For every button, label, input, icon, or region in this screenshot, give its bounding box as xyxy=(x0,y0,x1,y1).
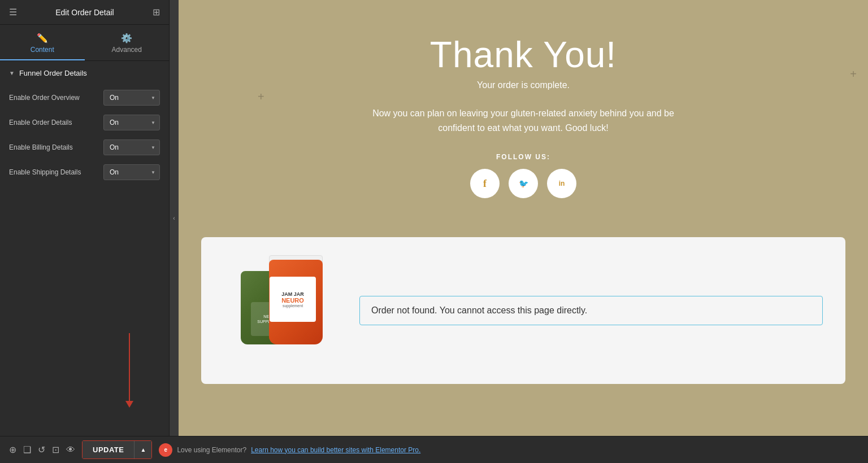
responsive-icon[interactable]: ⊡ xyxy=(52,444,59,455)
select-enable-billing-details[interactable]: On Off xyxy=(103,139,160,155)
main-area: ☰ Edit Order Detail ⊞ ✏️ Content ⚙️ Adva… xyxy=(0,0,868,436)
form-group-shipping-details: Enable Shipping Details On Off xyxy=(0,160,169,185)
thank-you-title: Thank You! xyxy=(430,34,617,76)
jar-front-label: JAM JAR NEURO supplement xyxy=(270,277,316,322)
jar-front: JAM JAR NEURO supplement xyxy=(269,260,323,344)
tab-advanced[interactable]: ⚙️ Advanced xyxy=(85,25,170,60)
chevron-icon: ▼ xyxy=(9,70,15,76)
facebook-button[interactable]: f xyxy=(470,169,500,198)
label-enable-shipping-details: Enable Shipping Details xyxy=(9,168,103,176)
sidebar-title: Edit Order Detail xyxy=(55,8,114,17)
section-header[interactable]: ▼ Funnel Order Details xyxy=(0,61,169,85)
select-wrapper-order-details: On Off xyxy=(103,115,160,130)
content-tab-label: Content xyxy=(31,46,54,54)
twitter-icon: 🐦 xyxy=(519,179,528,188)
jar-front-label-brand: NEURO xyxy=(281,297,304,304)
advanced-tab-label: Advanced xyxy=(112,46,142,54)
elementor-promo-text: Love using Elementor? xyxy=(177,446,246,454)
order-message-box: Order not found. You cannot access this … xyxy=(359,296,823,325)
thank-you-section: + + Thank You! Your order is complete. N… xyxy=(179,0,868,237)
thank-you-subtitle: Your order is complete. xyxy=(477,80,570,90)
product-visual: NEUROSUPPLEMENT JAM JAR NEURO supplement xyxy=(235,260,326,361)
select-enable-shipping-details[interactable]: On Off xyxy=(103,164,160,180)
elementor-pro-link[interactable]: Learn how you can build better sites wit… xyxy=(251,446,420,454)
form-group-order-overview: Enable Order Overview On Off xyxy=(0,85,169,110)
linkedin-button[interactable]: in xyxy=(547,169,576,198)
select-wrapper-order-overview: On Off xyxy=(103,90,160,106)
thank-you-body: Now you can plan on leaving your gluten-… xyxy=(359,106,687,135)
advanced-tab-icon: ⚙️ xyxy=(121,33,132,43)
update-dropdown-button[interactable]: ▲ xyxy=(134,441,151,458)
follow-label: FOLLOW US: xyxy=(470,153,576,161)
follow-section: FOLLOW US: f 🐦 in xyxy=(470,153,576,198)
arrow-line xyxy=(129,333,130,401)
plus-icon-topright: + xyxy=(850,68,857,81)
sidebar-header: ☰ Edit Order Detail ⊞ xyxy=(0,0,169,25)
preview-icon[interactable]: 👁 xyxy=(66,445,75,455)
canvas-area: + + Thank You! Your order is complete. N… xyxy=(179,0,868,436)
update-button[interactable]: UPDATE xyxy=(83,441,134,458)
select-enable-order-details[interactable]: On Off xyxy=(103,115,160,130)
section-title: Funnel Order Details xyxy=(19,69,87,77)
layers-icon[interactable]: ⊕ xyxy=(9,444,16,455)
form-group-order-details: Enable Order Details On Off xyxy=(0,110,169,135)
templates-icon[interactable]: ❑ xyxy=(23,444,31,455)
select-wrapper-shipping-details: On Off xyxy=(103,164,160,180)
form-group-billing-details: Enable Billing Details On Off xyxy=(0,135,169,160)
collapse-arrow-icon: ‹ xyxy=(173,215,175,221)
order-message-text: Order not found. You cannot access this … xyxy=(371,305,587,315)
arrow-head xyxy=(125,401,133,408)
label-enable-billing-details: Enable Billing Details xyxy=(9,143,103,151)
linkedin-icon: in xyxy=(559,180,565,187)
facebook-icon: f xyxy=(483,178,487,190)
order-section: NEUROSUPPLEMENT JAM JAR NEURO supplement xyxy=(201,237,845,384)
select-enable-order-overview[interactable]: On Off xyxy=(103,90,160,106)
social-icons: f 🐦 in xyxy=(470,169,576,198)
plus-icon-topleft: + xyxy=(258,90,264,103)
history-icon[interactable]: ↺ xyxy=(38,444,45,455)
content-tab-icon: ✏️ xyxy=(37,33,48,43)
elementor-bar: e Love using Elementor? Learn how you ca… xyxy=(159,443,859,457)
elementor-logo-text: e xyxy=(164,447,168,453)
sidebar: ☰ Edit Order Detail ⊞ ✏️ Content ⚙️ Adva… xyxy=(0,0,170,436)
label-enable-order-details: Enable Order Details xyxy=(9,119,103,126)
arrow-indicator xyxy=(125,333,133,408)
jar-front-label-sub: supplement xyxy=(283,304,303,308)
sidebar-content: ▼ Funnel Order Details Enable Order Over… xyxy=(0,61,169,436)
product-image-area: NEUROSUPPLEMENT JAM JAR NEURO supplement xyxy=(224,260,337,361)
sidebar-tabs: ✏️ Content ⚙️ Advanced xyxy=(0,25,169,61)
bottom-bar: ⊕ ❑ ↺ ⊡ 👁 UPDATE ▲ e Love using Elemento… xyxy=(0,436,868,463)
jar-front-label-title: JAM JAR xyxy=(281,291,304,297)
update-btn-group: UPDATE ▲ xyxy=(82,440,152,459)
twitter-button[interactable]: 🐦 xyxy=(509,169,538,198)
select-wrapper-billing-details: On Off xyxy=(103,139,160,155)
collapse-handle[interactable]: ‹ xyxy=(170,0,179,436)
elementor-logo: e xyxy=(159,443,172,457)
label-enable-order-overview: Enable Order Overview xyxy=(9,94,103,102)
tab-content[interactable]: ✏️ Content xyxy=(0,25,85,60)
grid-icon[interactable]: ⊞ xyxy=(153,7,160,18)
menu-icon[interactable]: ☰ xyxy=(9,7,17,18)
app-container: ☰ Edit Order Detail ⊞ ✏️ Content ⚙️ Adva… xyxy=(0,0,868,463)
